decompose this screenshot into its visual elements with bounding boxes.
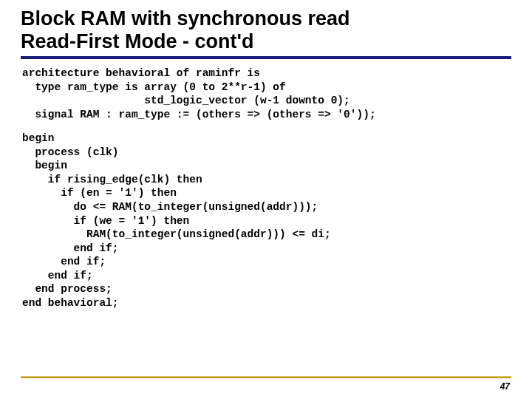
title-line-2: Read-First Mode - cont'd: [21, 30, 511, 53]
page-number: 47: [500, 381, 510, 392]
title-line-1: Block RAM with synchronous read: [21, 7, 511, 30]
slide: Block RAM with synchronous read Read-Fir…: [0, 0, 532, 399]
footer-rule: [21, 376, 511, 378]
code-block-declarations: architecture behavioral of raminfr is ty…: [22, 66, 511, 121]
title-block: Block RAM with synchronous read Read-Fir…: [21, 7, 511, 59]
code-block-body: begin process (clk) begin if rising_edge…: [22, 132, 511, 310]
